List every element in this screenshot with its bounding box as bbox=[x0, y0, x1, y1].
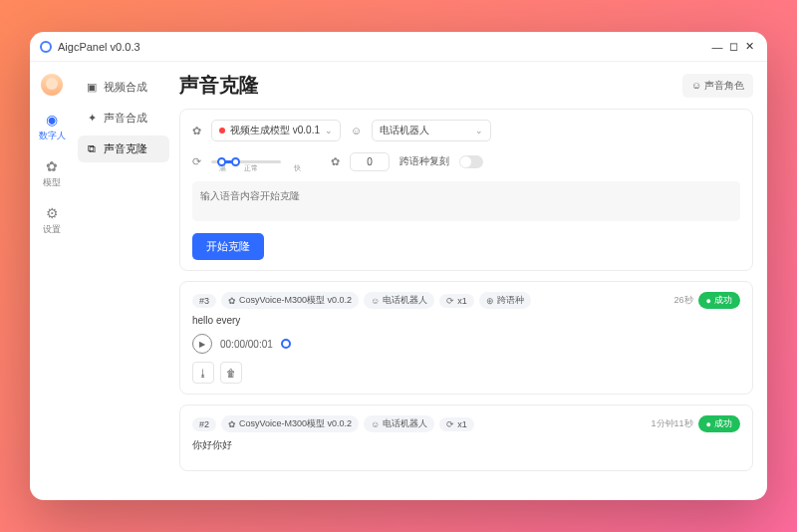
task-speed-chip: ⟳x1 bbox=[439, 417, 474, 431]
cross-lang-label: 跨语种复刻 bbox=[399, 154, 449, 168]
model-select-value: 视频生成模型 v0.0.1 bbox=[230, 124, 320, 137]
app-window: AigcPanel v0.0.3 — ◻ ✕ ◉ 数字人 ✿ 模型 ⚙ 设置 ▣… bbox=[30, 32, 767, 500]
task-cross-chip: ⊕跨语种 bbox=[479, 292, 531, 309]
subnav-voice-clone[interactable]: ⧉ 声音克隆 bbox=[78, 135, 169, 162]
model-select[interactable]: 视频生成模型 v0.0.1 ⌄ bbox=[211, 120, 341, 141]
chevron-down-icon: ⌄ bbox=[475, 126, 483, 135]
user-icon: ☺ bbox=[691, 80, 704, 91]
clone-form-card: ✿ 视频生成模型 v0.0.1 ⌄ ☺ 电话机器人 ⌄ ⟳ bbox=[179, 109, 753, 271]
check-icon: ● bbox=[706, 419, 711, 429]
task-text: hello every bbox=[192, 315, 740, 326]
speed-icon: ⟳ bbox=[192, 155, 201, 168]
subnav: ▣ 视频合成 ✦ 声音合成 ⧉ 声音克隆 bbox=[74, 62, 173, 500]
status-badge: ●成功 bbox=[698, 292, 740, 309]
page-header: 声音克隆 ☺ 声音角色 bbox=[179, 72, 753, 99]
start-clone-button[interactable]: 开始克隆 bbox=[192, 233, 264, 260]
check-icon: ● bbox=[706, 296, 711, 306]
subnav-label: 视频合成 bbox=[104, 80, 147, 95]
task-model-chip: ✿CosyVoice-M300模型 v0.0.2 bbox=[221, 415, 359, 432]
avatar[interactable] bbox=[41, 74, 63, 96]
nav-rail: ◉ 数字人 ✿ 模型 ⚙ 设置 bbox=[30, 62, 74, 500]
gear-icon: ✿ bbox=[192, 125, 201, 137]
rail-item-model[interactable]: ✿ 模型 bbox=[43, 158, 61, 189]
gear-icon: ✿ bbox=[228, 419, 236, 429]
clone-text-input[interactable] bbox=[192, 181, 740, 221]
subnav-label: 声音合成 bbox=[104, 111, 147, 126]
audio-player: ▶ 00:00/00:01 bbox=[192, 334, 740, 354]
task-duration: 26秒 bbox=[674, 294, 693, 307]
subnav-video-synth[interactable]: ▣ 视频合成 bbox=[78, 74, 169, 101]
speed-slider[interactable] bbox=[211, 160, 281, 163]
app-body: ◉ 数字人 ✿ 模型 ⚙ 设置 ▣ 视频合成 ✦ 声音合成 ⧉ bbox=[30, 62, 767, 500]
voice-select[interactable]: 电话机器人 ⌄ bbox=[372, 120, 491, 141]
task-speed-chip: ⟳x1 bbox=[439, 294, 474, 308]
page-title: 声音克隆 bbox=[179, 72, 682, 99]
task-card: #2 ✿CosyVoice-M300模型 v0.0.2 ☺电话机器人 ⟳x1 1… bbox=[179, 404, 753, 471]
rail-label: 模型 bbox=[43, 176, 61, 189]
delete-button[interactable]: 🗑 bbox=[220, 362, 242, 384]
player-progress-thumb[interactable] bbox=[281, 339, 291, 349]
close-button[interactable]: ✕ bbox=[741, 40, 757, 53]
cross-lang-toggle[interactable] bbox=[459, 155, 483, 168]
seed-input[interactable]: 0 bbox=[350, 152, 390, 171]
globe-icon: ⊕ bbox=[486, 296, 494, 306]
titlebar: AigcPanel v0.0.3 — ◻ ✕ bbox=[30, 32, 767, 62]
voice-role-button[interactable]: ☺ 声音角色 bbox=[682, 74, 753, 98]
record-dot-icon bbox=[219, 128, 225, 133]
model-icon: ✿ bbox=[46, 158, 58, 174]
task-card: #3 ✿CosyVoice-M300模型 v0.0.2 ☺电话机器人 ⟳x1 ⊕… bbox=[179, 281, 753, 395]
user-icon: ☺ bbox=[371, 296, 380, 306]
task-duration: 1分钟11秒 bbox=[652, 417, 693, 430]
subnav-audio-synth[interactable]: ✦ 声音合成 bbox=[78, 105, 169, 132]
rail-item-settings[interactable]: ⚙ 设置 bbox=[43, 205, 61, 236]
video-icon: ▣ bbox=[86, 81, 98, 94]
user-icon: ☺ bbox=[351, 125, 362, 136]
rail-item-digital-human[interactable]: ◉ 数字人 bbox=[39, 112, 66, 142]
rail-label: 设置 bbox=[43, 223, 61, 236]
main-content: 声音克隆 ☺ 声音角色 ✿ 视频生成模型 v0.0.1 ⌄ ☺ 电话机器人 bbox=[173, 62, 767, 500]
window-title: AigcPanel v0.0.3 bbox=[58, 41, 709, 53]
digital-human-icon: ◉ bbox=[46, 112, 58, 128]
task-voice-chip: ☺电话机器人 bbox=[364, 415, 434, 432]
minimize-button[interactable]: — bbox=[709, 41, 725, 53]
user-icon: ☺ bbox=[371, 419, 380, 429]
download-button[interactable]: ⭳ bbox=[192, 362, 214, 384]
speed-icon: ⟳ bbox=[446, 296, 454, 306]
task-model-chip: ✿CosyVoice-M300模型 v0.0.2 bbox=[221, 292, 359, 309]
gear-icon: ⚙ bbox=[46, 205, 59, 221]
task-id-chip: #3 bbox=[192, 294, 216, 308]
status-badge: ●成功 bbox=[698, 415, 740, 432]
task-id-chip: #2 bbox=[192, 417, 216, 431]
voice-select-value: 电话机器人 bbox=[380, 124, 429, 137]
task-voice-chip: ☺电话机器人 bbox=[364, 292, 434, 309]
maximize-button[interactable]: ◻ bbox=[725, 40, 741, 53]
player-time: 00:00/00:01 bbox=[220, 339, 273, 350]
task-text: 你好你好 bbox=[192, 438, 740, 452]
app-logo-icon bbox=[40, 41, 52, 53]
seed-icon: ✿ bbox=[331, 155, 340, 168]
slider-track bbox=[211, 160, 281, 163]
chevron-down-icon: ⌄ bbox=[325, 126, 333, 135]
rail-label: 数字人 bbox=[39, 130, 66, 142]
subnav-label: 声音克隆 bbox=[104, 141, 147, 156]
audio-icon: ✦ bbox=[86, 112, 98, 125]
clone-icon: ⧉ bbox=[86, 142, 98, 155]
gear-icon: ✿ bbox=[228, 296, 236, 306]
speed-icon: ⟳ bbox=[446, 419, 454, 429]
play-button[interactable]: ▶ bbox=[192, 334, 212, 354]
